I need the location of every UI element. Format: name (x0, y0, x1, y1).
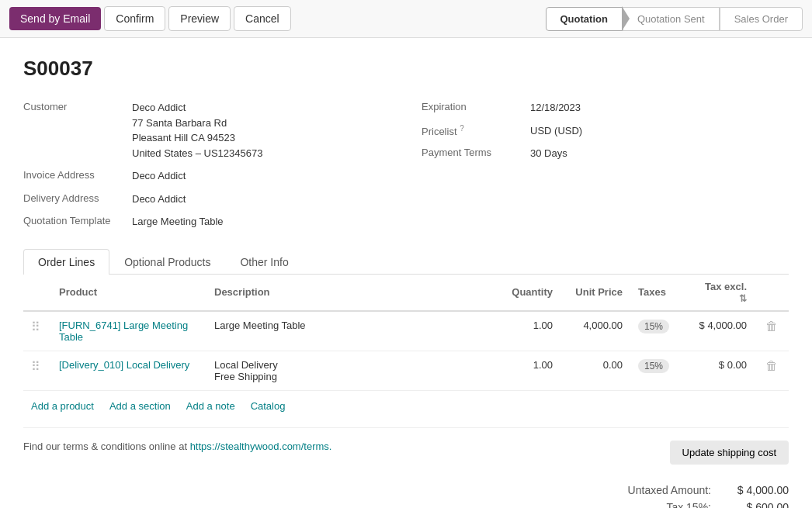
drag-handle-icon[interactable]: ⠿ (31, 320, 43, 333)
table-row: ⠿ [Delivery_010] Local Delivery Local De… (23, 351, 789, 391)
order-table: Product Description Quantity Unit Price … (23, 275, 789, 392)
customer-field: Customer Deco Addict77 Santa Barbara RdP… (23, 96, 390, 164)
product-link-row2[interactable]: [Delivery_010] Local Delivery (59, 359, 189, 371)
delete-button-row2[interactable]: 🗑 (762, 359, 781, 373)
drag-handle-icon[interactable]: ⠿ (31, 360, 43, 373)
update-shipping-button[interactable]: Update shipping cost (670, 441, 789, 465)
delete-button-row1[interactable]: 🗑 (762, 320, 781, 333)
quotation-template-value: Large Meeting Table (132, 214, 224, 230)
tax-label: Tax 15%: (666, 501, 711, 508)
tax-excl-cell-row2: $ 0.00 (685, 351, 755, 391)
invoice-address-field: Invoice Address Deco Addict (23, 164, 390, 188)
status-step-quotation-sent[interactable]: Quotation Sent (623, 7, 720, 31)
tab-order-lines[interactable]: Order Lines (23, 249, 109, 275)
delivery-address-value: Deco Addict (132, 192, 186, 207)
pricelist-label: Pricelist ? (422, 123, 530, 137)
col-header-description: Description (206, 275, 498, 312)
tax-row: Tax 15%: $ 600.00 (587, 499, 789, 508)
description-cell-row2: Local DeliveryFree Shipping (206, 351, 498, 391)
delivery-address-field: Delivery Address Deco Addict (23, 188, 390, 211)
unit-price-cell-row2[interactable]: 0.00 (560, 351, 630, 391)
tax-badge-row2[interactable]: 15% (638, 359, 669, 373)
quantity-cell-row2[interactable]: 1.00 (498, 351, 560, 391)
col-header-taxes: Taxes (630, 275, 685, 312)
col-header-unit-price: Unit Price (560, 275, 630, 312)
expiration-label: Expiration (422, 100, 530, 112)
preview-button[interactable]: Preview (168, 6, 231, 31)
untaxed-amount-row: Untaxed Amount: $ 4,000.00 (587, 482, 789, 499)
expiration-value: 12/18/2023 (530, 100, 581, 116)
add-product-link[interactable]: Add a product (31, 400, 94, 412)
payment-terms-field: Payment Terms 30 Days (422, 142, 789, 165)
footer-section: Find our terms & conditions online at ht… (23, 427, 789, 508)
tax-badge-row1[interactable]: 15% (638, 320, 669, 333)
document-title: S00037 (23, 57, 789, 81)
invoice-address-label: Invoice Address (23, 168, 132, 181)
product-cell-row2: [Delivery_010] Local Delivery (51, 351, 206, 391)
drag-handle-row1[interactable]: ⠿ (23, 311, 51, 351)
catalog-link[interactable]: Catalog (251, 400, 286, 412)
table-row: ⠿ [FURN_6741] Large Meeting Table Large … (23, 311, 789, 351)
add-links-row: Add a product Add a section Add a note C… (23, 391, 789, 421)
cancel-button[interactable]: Cancel (234, 6, 291, 31)
summary-section: Update shipping cost Untaxed Amount: $ 4… (587, 441, 789, 508)
status-step-quotation[interactable]: Quotation (546, 7, 623, 31)
payment-terms-label: Payment Terms (422, 146, 530, 158)
tab-optional-products[interactable]: Optional Products (109, 249, 225, 275)
customer-label: Customer (23, 100, 132, 112)
form-right: Expiration 12/18/2023 Pricelist ? USD (U… (422, 96, 789, 233)
delete-cell-row1: 🗑 (755, 311, 789, 351)
form-left: Customer Deco Addict77 Santa Barbara RdP… (23, 96, 390, 233)
sort-icon: ⇅ (739, 293, 747, 304)
quantity-cell-row1[interactable]: 1.00 (498, 311, 560, 351)
quotation-template-label: Quotation Template (23, 214, 132, 226)
col-header-product: Product (51, 275, 206, 312)
toolbar: Send by Email Confirm Preview Cancel Quo… (0, 0, 812, 38)
tax-amount: $ 600.00 (727, 501, 789, 508)
quotation-template-field: Quotation Template Large Meeting Table (23, 210, 390, 233)
main-content: S00037 Customer Deco Addict77 Santa Barb… (0, 38, 812, 508)
customer-value: Deco Addict77 Santa Barbara RdPleasant H… (132, 100, 262, 161)
status-step-sales-order[interactable]: Sales Order (720, 7, 803, 31)
taxes-cell-row2: 15% (630, 351, 685, 391)
tax-excl-cell-row1: $ 4,000.00 (685, 311, 755, 351)
drag-handle-row2[interactable]: ⠿ (23, 351, 51, 391)
untaxed-amount: $ 4,000.00 (727, 484, 789, 496)
terms-link[interactable]: https://stealthywood.com/terms. (190, 441, 332, 452)
form-grid: Customer Deco Addict77 Santa Barbara RdP… (23, 96, 789, 233)
expiration-field: Expiration 12/18/2023 (422, 96, 789, 119)
add-section-link[interactable]: Add a section (109, 400, 171, 412)
product-cell-row1: [FURN_6741] Large Meeting Table (51, 311, 206, 351)
delivery-address-label: Delivery Address (23, 192, 132, 204)
add-note-link[interactable]: Add a note (186, 400, 235, 412)
col-header-quantity: Quantity (498, 275, 560, 312)
confirm-button[interactable]: Confirm (104, 6, 165, 31)
terms-text: Find our terms & conditions online at ht… (23, 441, 331, 452)
col-header-drag (23, 275, 51, 312)
payment-terms-value: 30 Days (530, 146, 567, 161)
pricelist-value: USD (USD) (530, 123, 582, 139)
send-email-button[interactable]: Send by Email (9, 7, 101, 30)
col-header-tax-excl: Tax excl. ⇅ (685, 275, 755, 312)
col-header-delete (755, 275, 789, 312)
tab-other-info[interactable]: Other Info (225, 249, 303, 275)
tabs: Order Lines Optional Products Other Info (23, 249, 789, 275)
invoice-address-value: Deco Addict (132, 168, 186, 184)
description-cell-row1: Large Meeting Table (206, 311, 498, 351)
untaxed-label: Untaxed Amount: (628, 484, 711, 496)
unit-price-cell-row1[interactable]: 4,000.00 (560, 311, 630, 351)
delete-cell-row2: 🗑 (755, 351, 789, 391)
product-link-row1[interactable]: [FURN_6741] Large Meeting Table (59, 320, 188, 343)
taxes-cell-row1: 15% (630, 311, 685, 351)
pricelist-field: Pricelist ? USD (USD) (422, 119, 789, 143)
status-bar: Quotation Quotation Sent Sales Order (546, 7, 803, 31)
